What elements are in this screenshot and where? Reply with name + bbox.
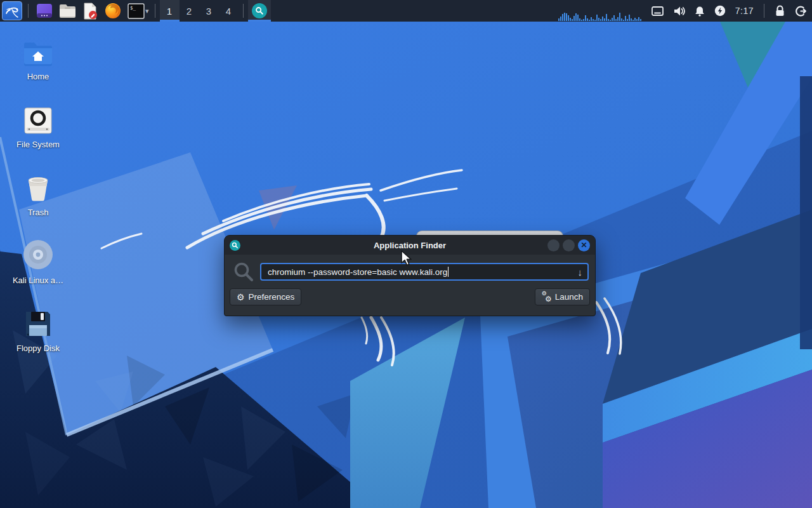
panel-separator <box>28 4 29 18</box>
command-text: chromium --password-store=basic www.kali… <box>268 267 447 277</box>
floppy-disk-icon <box>24 306 52 338</box>
launch-label: Launch <box>555 292 583 302</box>
search-icon <box>233 262 254 282</box>
drive-icon <box>24 102 52 134</box>
appfinder-window-icon <box>230 240 240 251</box>
launcher-text-editor[interactable] <box>81 1 100 20</box>
window-switcher-icon <box>36 3 53 19</box>
svg-text:$_: $_ <box>130 5 136 11</box>
appfinder-task-icon <box>252 3 267 18</box>
logout-icon[interactable] <box>795 5 807 17</box>
workspace-2[interactable]: 2 <box>180 0 199 22</box>
home-folder-icon <box>23 34 53 66</box>
launcher-terminal[interactable]: $_ <box>126 1 145 20</box>
lock-icon[interactable] <box>775 5 785 17</box>
desktop-icon-file-system[interactable]: File System <box>8 102 69 166</box>
command-input[interactable]: chromium --password-store=basic www.kali… <box>260 263 589 281</box>
kali-logo-icon <box>4 4 20 18</box>
desktop-icon-label: Floppy Disk <box>16 344 60 353</box>
preferences-label: Preferences <box>249 292 295 302</box>
preferences-button[interactable]: ⚙ Preferences <box>230 288 301 305</box>
desktop-icon-floppy[interactable]: Floppy Disk <box>8 306 69 370</box>
taskbar-appfinder-button[interactable] <box>248 0 271 22</box>
history-dropdown-arrow[interactable]: ↓ <box>578 267 583 277</box>
desktop-icon-label: Home <box>27 72 49 81</box>
cpu-graph[interactable] <box>558 0 642 22</box>
desktop-icon-label: Kali Linux a… <box>13 276 63 285</box>
launch-gears-icon: ⚙ ⚙ <box>542 292 551 302</box>
desktop-icon-label: File System <box>16 140 60 149</box>
maximize-button[interactable] <box>563 239 575 251</box>
panel-separator <box>764 4 764 18</box>
keyboard-indicator-icon[interactable] <box>652 6 664 16</box>
notifications-bell-icon[interactable] <box>695 6 705 17</box>
window-title: Application Finder <box>225 241 595 250</box>
panel-separator <box>243 4 244 18</box>
launcher-firefox[interactable] <box>103 1 122 20</box>
workspace-3[interactable]: 3 <box>199 0 219 22</box>
firefox-icon <box>105 3 121 19</box>
workspace-pager: 1 2 3 4 <box>160 0 239 22</box>
chevron-down-icon[interactable]: ▾ <box>145 7 149 15</box>
launcher-window-switcher[interactable] <box>35 1 54 20</box>
desktop-icon-kali-cd[interactable]: Kali Linux a… <box>8 238 69 302</box>
workspace-1[interactable]: 1 <box>160 0 180 22</box>
close-button[interactable]: ✕ <box>578 239 590 251</box>
cd-disc-icon <box>23 238 53 270</box>
kali-menu-button[interactable] <box>2 1 22 20</box>
launcher-file-manager[interactable] <box>58 1 77 20</box>
text-editor-icon <box>82 3 98 20</box>
gear-icon: ⚙ <box>237 293 245 302</box>
kali-desktop: Home File System Trash <box>0 0 812 508</box>
panel-separator <box>155 4 155 18</box>
power-manager-icon[interactable] <box>714 5 726 17</box>
launch-button[interactable]: ⚙ ⚙ Launch <box>535 288 590 305</box>
mouse-cursor <box>400 250 414 267</box>
desktop-icon-label: Trash <box>28 208 49 217</box>
minimize-button[interactable] <box>547 239 560 251</box>
application-finder-window: Application Finder ✕ chromium --password… <box>224 235 596 316</box>
workspace-4[interactable]: 4 <box>219 0 239 22</box>
desktop-icon-home[interactable]: Home <box>8 34 69 98</box>
text-caret <box>448 267 449 277</box>
clock[interactable]: 7:17 <box>735 6 754 16</box>
volume-icon[interactable] <box>673 6 685 17</box>
trash-icon <box>25 170 51 202</box>
file-manager-icon <box>59 3 76 18</box>
top-panel: $_ ▾ 1 2 3 4 <box>0 0 812 22</box>
desktop-icon-trash[interactable]: Trash <box>8 170 69 234</box>
terminal-icon: $_ <box>128 3 145 19</box>
